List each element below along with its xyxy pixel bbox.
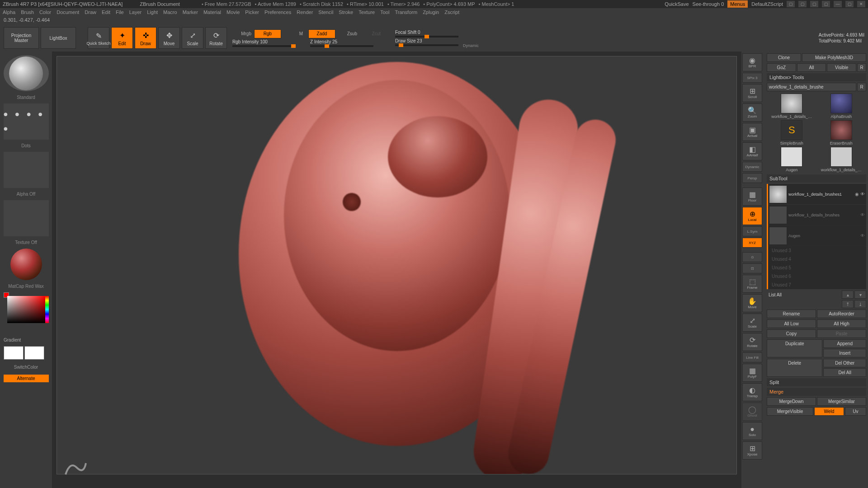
- ghost-button[interactable]: ◯Ghost: [742, 403, 762, 421]
- bpr-button[interactable]: ◉BPR: [742, 53, 762, 71]
- copy-button[interactable]: Copy: [767, 329, 816, 338]
- alpha-selector[interactable]: [4, 152, 49, 188]
- menus-button[interactable]: Menus: [727, 0, 748, 8]
- lsym-button[interactable]: L.Sym: [742, 226, 762, 236]
- switchcolor-button[interactable]: SwitchColor: [4, 363, 49, 371]
- move-top-button[interactable]: ⤒: [842, 300, 854, 308]
- rgb-button[interactable]: Rgb: [254, 29, 281, 38]
- focal-shift-slider[interactable]: Focal Shift 0: [393, 30, 461, 38]
- menu-edit[interactable]: Edit: [102, 9, 110, 15]
- menu-transform[interactable]: Transform: [395, 9, 417, 15]
- solo-button[interactable]: ●Solo: [742, 422, 762, 440]
- subtool-row-0[interactable]: workflow_1_details_brushes1 ◉👁: [768, 184, 866, 205]
- alllow-button[interactable]: All Low: [767, 319, 816, 328]
- mrgb-button[interactable]: Mrgb: [231, 31, 253, 36]
- uv-button[interactable]: Uv: [845, 407, 866, 416]
- tool-item-1[interactable]: AlphaBrush: [817, 94, 866, 119]
- move-down-button[interactable]: ▾: [854, 291, 866, 299]
- zsub-button[interactable]: Zsub: [336, 31, 359, 36]
- eye-icon[interactable]: 👁: [860, 233, 865, 238]
- menu-zscript[interactable]: Zscript: [444, 9, 459, 15]
- goz-button[interactable]: GoZ: [767, 63, 796, 72]
- menu-picker[interactable]: Picker: [245, 9, 259, 15]
- autoreorder-button[interactable]: AutoReorder: [817, 310, 866, 318]
- quicksave-button[interactable]: QuickSave: [665, 1, 689, 7]
- draw-size-slider[interactable]: Draw Size 23: [393, 38, 461, 46]
- window-minimize[interactable]: —: [834, 1, 842, 7]
- material-selector[interactable]: [10, 249, 42, 280]
- tool-item-5[interactable]: workflow_1_details_…: [817, 147, 866, 172]
- menu-zplugin[interactable]: Zplugin: [423, 9, 439, 15]
- window-btn-1[interactable]: ▢: [787, 1, 795, 7]
- append-button[interactable]: Append: [823, 339, 866, 348]
- move-button[interactable]: ✥Move: [158, 27, 180, 49]
- merge-header[interactable]: Merge: [767, 388, 866, 396]
- mergesimilar-button[interactable]: MergeSimilar: [817, 397, 866, 406]
- tool-r-button[interactable]: R: [857, 83, 866, 91]
- persp-button[interactable]: Persp: [742, 173, 762, 183]
- tool-item-4[interactable]: Augen: [768, 147, 816, 172]
- menu-movie[interactable]: Movie: [226, 9, 240, 15]
- menu-brush[interactable]: Brush: [21, 9, 34, 15]
- move-bottom-button[interactable]: ⤓: [854, 300, 866, 308]
- clone-button[interactable]: Clone: [767, 53, 801, 62]
- texture-selector[interactable]: [4, 200, 49, 236]
- mergedown-button[interactable]: MergeDown: [767, 397, 816, 406]
- window-close[interactable]: ✕: [857, 1, 865, 7]
- m-button[interactable]: M: [282, 31, 305, 36]
- linefill-button[interactable]: Line Fill: [742, 352, 762, 362]
- rename-button[interactable]: Rename: [767, 310, 816, 318]
- fit-button[interactable]: ⊡: [742, 263, 762, 273]
- scroll-button[interactable]: ⊞Scroll: [742, 84, 762, 102]
- menu-macro[interactable]: Macro: [163, 9, 177, 15]
- stroke-selector[interactable]: • • • • •: [4, 103, 49, 140]
- edit-button[interactable]: ✦Edit: [111, 27, 133, 49]
- secondary-color-swatch[interactable]: [24, 346, 44, 360]
- delother-button[interactable]: Del Other: [823, 359, 866, 367]
- seethrough-slider[interactable]: See-through 0: [693, 1, 724, 7]
- subtool-row-1[interactable]: workflow_1_details_brushes 👁: [768, 205, 866, 225]
- menu-light[interactable]: Light: [147, 9, 158, 15]
- rgb-intensity-slider[interactable]: Rgb Intensity 100: [231, 39, 298, 47]
- local-button[interactable]: ⊕Local: [742, 207, 762, 225]
- window-maximize[interactable]: ▢: [845, 1, 854, 7]
- menu-document[interactable]: Document: [57, 9, 79, 15]
- spix-button[interactable]: SPix 3: [742, 73, 762, 83]
- lightbox-tools-header[interactable]: Lightbox> Tools: [767, 73, 866, 81]
- scale-view-button[interactable]: ⤢Scale: [742, 314, 762, 332]
- delall-button[interactable]: Del All: [823, 368, 866, 377]
- menu-layer[interactable]: Layer: [129, 9, 142, 15]
- tool-item-2[interactable]: SSimpleBrush: [768, 120, 816, 145]
- scale-button[interactable]: ⤢Scale: [182, 27, 203, 49]
- window-btn-4[interactable]: ▢: [822, 1, 830, 7]
- list-all-button[interactable]: List All: [767, 291, 840, 299]
- menu-texture[interactable]: Texture: [359, 9, 375, 15]
- menu-stencil[interactable]: Stencil: [318, 9, 333, 15]
- mergevisible-button[interactable]: MergeVisible: [767, 407, 813, 416]
- move-up-button[interactable]: ▴: [842, 291, 854, 299]
- goz-r-button[interactable]: R: [857, 63, 866, 72]
- viewport[interactable]: [57, 56, 737, 474]
- duplicate-button[interactable]: Duplicate: [767, 339, 822, 357]
- allhigh-button[interactable]: All High: [817, 319, 866, 328]
- dynamic-button[interactable]: Dynamic: [742, 162, 762, 172]
- current-tool-name[interactable]: workflow_1_details_brushe: [767, 83, 856, 91]
- rotate-button[interactable]: ⟳Rotate: [205, 27, 227, 49]
- zcut-button[interactable]: Zcut: [360, 31, 382, 36]
- actual-button[interactable]: ▣Actual: [742, 123, 762, 141]
- center-button[interactable]: ⊙: [742, 252, 762, 262]
- window-btn-2[interactable]: ▢: [798, 1, 807, 7]
- dynamic-label[interactable]: Dynamic: [463, 43, 479, 48]
- menu-marker[interactable]: Marker: [183, 9, 198, 15]
- brush-selector[interactable]: [4, 55, 49, 91]
- alternate-button[interactable]: Alternate: [4, 375, 49, 382]
- rotate-view-button[interactable]: ⟳Rotate: [742, 333, 762, 351]
- goz-visible-button[interactable]: Visible: [827, 63, 856, 72]
- menu-stroke[interactable]: Stroke: [339, 9, 353, 15]
- xyz-button[interactable]: XYZ: [742, 238, 762, 248]
- projection-master-button[interactable]: Projection Master: [4, 27, 39, 49]
- insert-button[interactable]: Insert: [823, 349, 866, 357]
- tool-item-0[interactable]: workflow_1_details_…: [768, 94, 816, 119]
- subtool-header[interactable]: SubTool: [767, 174, 866, 183]
- menu-color[interactable]: Color: [39, 9, 51, 15]
